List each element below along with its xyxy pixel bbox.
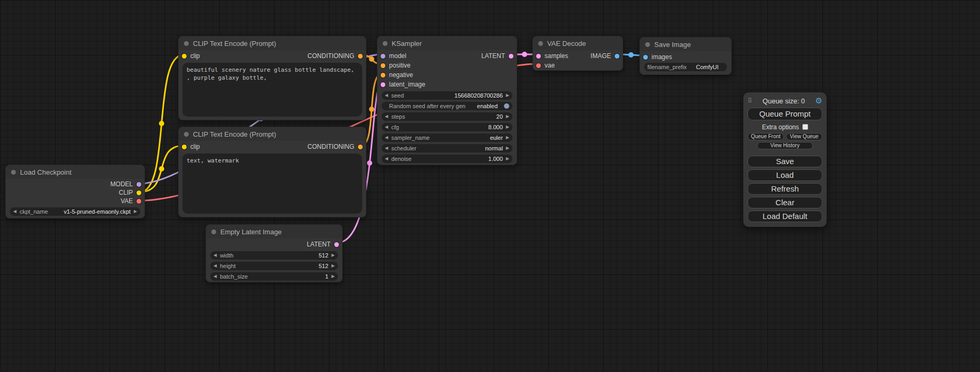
slot-label-clip: clip: [190, 143, 200, 150]
next-value-arrow-icon[interactable]: ▶: [506, 146, 509, 150]
queue-front-button[interactable]: Queue Front: [748, 133, 784, 140]
queue-prompt-button[interactable]: Queue Prompt: [748, 108, 822, 120]
next-value-arrow-icon[interactable]: ▶: [506, 136, 509, 140]
increment-arrow-icon[interactable]: ▶: [332, 274, 335, 279]
slot-label-clip: clip: [190, 52, 200, 60]
node-title-bar[interactable]: VAE Decode: [533, 36, 623, 50]
decrement-arrow-icon[interactable]: ◀: [385, 115, 388, 119]
random-seed-toggle[interactable]: Random seed after every gen enabled: [382, 102, 512, 110]
toggle-knob-icon[interactable]: [504, 103, 509, 109]
prev-value-arrow-icon[interactable]: ◀: [13, 209, 16, 214]
increment-arrow-icon[interactable]: ▶: [332, 264, 335, 268]
decrement-arrow-icon[interactable]: ◀: [385, 93, 388, 98]
ckpt-name-widget[interactable]: ◀ ckpt_name v1-5-pruned-emaonly.ckpt ▶: [10, 207, 140, 216]
node-title-label: Load Checkpoint: [20, 168, 72, 176]
image-output-port[interactable]: [615, 54, 619, 59]
node-load-checkpoint[interactable]: Load Checkpoint MODEL CLIP VAE: [5, 165, 145, 218]
increment-arrow-icon[interactable]: ▶: [506, 125, 509, 129]
drag-handle-icon[interactable]: ⠿: [748, 97, 752, 104]
load-button[interactable]: Load: [748, 169, 822, 181]
seed-widget[interactable]: ◀ seed 156680208700286 ▶: [382, 91, 512, 100]
clip-input-port[interactable]: [182, 54, 187, 59]
model-input-port[interactable]: [381, 54, 385, 59]
clear-button[interactable]: Clear: [748, 197, 822, 208]
widget-label: height: [220, 263, 236, 269]
decrement-arrow-icon[interactable]: ◀: [385, 125, 388, 129]
positive-prompt-textarea[interactable]: beautiful scenery nature glass bottle la…: [182, 63, 362, 117]
slot-label-negative: negative: [389, 71, 413, 79]
settings-gear-icon[interactable]: ⚙: [816, 96, 822, 106]
node-status-dot: [184, 132, 189, 137]
latent-output-port[interactable]: [509, 54, 513, 59]
widget-label: scheduler: [391, 145, 416, 151]
vae-input-port[interactable]: [536, 63, 541, 68]
node-title-bar[interactable]: Empty Latent Image: [206, 225, 342, 239]
node-title-bar[interactable]: Load Checkpoint: [6, 165, 144, 179]
batch-size-widget[interactable]: ◀ batch_size 1 ▶: [210, 272, 338, 281]
save-button[interactable]: Save: [748, 156, 822, 167]
node-ksampler[interactable]: KSampler model LATENT positive: [377, 36, 517, 165]
decrement-arrow-icon[interactable]: ◀: [214, 274, 217, 279]
node-save-image[interactable]: Save Image images filename_prefix ComfyU…: [639, 37, 732, 75]
widget-label: sampler_name: [391, 135, 430, 141]
wire-midpoint-dot: [522, 52, 527, 57]
slot-label-vae: vae: [545, 62, 555, 69]
clip-output-port[interactable]: [137, 190, 141, 195]
conditioning-output-port[interactable]: [358, 145, 363, 149]
widget-value: normal: [485, 145, 503, 151]
node-title-label: CLIP Text Encode (Prompt): [193, 40, 276, 47]
height-widget[interactable]: ◀ height 512 ▶: [210, 262, 338, 270]
node-title-bar[interactable]: KSampler: [377, 36, 517, 50]
load-default-button[interactable]: Load Default: [748, 211, 822, 222]
slot-label-model: MODEL: [110, 180, 133, 188]
node-title-bar[interactable]: CLIP Text Encode (Prompt): [179, 127, 366, 141]
node-graph-canvas[interactable]: Load Checkpoint MODEL CLIP VAE: [0, 0, 980, 372]
wire-midpoint-dot: [369, 56, 374, 62]
negative-input-port[interactable]: [381, 73, 385, 78]
increment-arrow-icon[interactable]: ▶: [506, 115, 509, 119]
node-empty-latent-image[interactable]: Empty Latent Image LATENT ◀ width 512 ▶ …: [206, 224, 343, 282]
positive-input-port[interactable]: [381, 63, 385, 68]
slot-label-samples: samples: [545, 52, 568, 60]
filename-prefix-widget[interactable]: filename_prefix ComfyUI: [644, 63, 727, 71]
next-value-arrow-icon[interactable]: ▶: [134, 209, 137, 214]
extra-options-checkbox[interactable]: [802, 124, 808, 130]
node-title-bar[interactable]: Save Image: [640, 37, 731, 51]
cfg-widget[interactable]: ◀ cfg 8.000 ▶: [382, 123, 512, 131]
increment-arrow-icon[interactable]: ▶: [332, 253, 335, 257]
steps-widget[interactable]: ◀ steps 20 ▶: [382, 112, 512, 121]
clip-input-port[interactable]: [182, 145, 187, 149]
view-queue-button[interactable]: View Queue: [786, 133, 822, 140]
widget-value: ComfyUI: [696, 64, 719, 70]
node-title-label: CLIP Text Encode (Prompt): [193, 130, 276, 138]
node-clip-text-encode-positive[interactable]: CLIP Text Encode (Prompt) clip CONDITION…: [178, 36, 366, 120]
widget-label: denoise: [391, 156, 412, 162]
denoise-widget[interactable]: ◀ denoise 1.000 ▶: [382, 155, 512, 163]
slot-label-model: model: [389, 52, 406, 60]
negative-prompt-textarea[interactable]: text, watermark: [182, 154, 362, 214]
decrement-arrow-icon[interactable]: ◀: [214, 253, 217, 257]
sampler-name-widget[interactable]: ◀ sampler_name euler ▶: [382, 133, 512, 142]
view-history-button[interactable]: View History: [757, 142, 812, 149]
decrement-arrow-icon[interactable]: ◀: [385, 157, 388, 161]
refresh-button[interactable]: Refresh: [748, 183, 822, 195]
increment-arrow-icon[interactable]: ▶: [506, 157, 509, 161]
images-input-port[interactable]: [643, 55, 648, 60]
queue-menu-panel: ⠿ Queue size: 0 ⚙ Queue Prompt Extra opt…: [743, 92, 827, 227]
scheduler-widget[interactable]: ◀ scheduler normal ▶: [382, 144, 512, 152]
samples-input-port[interactable]: [536, 54, 541, 59]
node-clip-text-encode-negative[interactable]: CLIP Text Encode (Prompt) clip CONDITION…: [178, 127, 366, 217]
increment-arrow-icon[interactable]: ▶: [506, 93, 509, 98]
conditioning-output-port[interactable]: [358, 54, 363, 59]
decrement-arrow-icon[interactable]: ◀: [214, 264, 217, 268]
vae-output-port[interactable]: [137, 199, 141, 204]
prev-value-arrow-icon[interactable]: ◀: [385, 136, 388, 140]
prev-value-arrow-icon[interactable]: ◀: [385, 146, 388, 150]
model-output-port[interactable]: [137, 182, 141, 187]
node-vae-decode[interactable]: VAE Decode samples IMAGE vae: [532, 36, 623, 71]
width-widget[interactable]: ◀ width 512 ▶: [210, 251, 338, 260]
latent-output-port[interactable]: [334, 242, 339, 247]
node-title-bar[interactable]: CLIP Text Encode (Prompt): [179, 36, 366, 50]
latent-image-input-port[interactable]: [381, 82, 385, 87]
node-title-label: Empty Latent Image: [220, 228, 282, 236]
